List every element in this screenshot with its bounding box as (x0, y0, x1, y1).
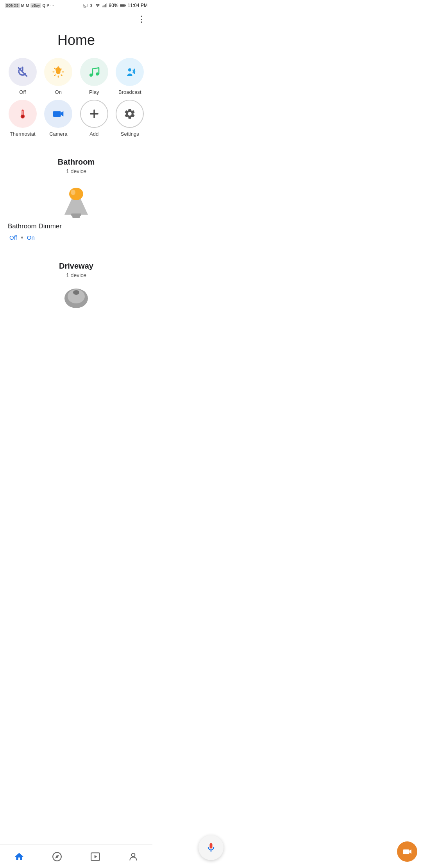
action-camera[interactable]: Camera (42, 100, 75, 137)
quick-actions-grid: Off On (0, 58, 152, 145)
section-divider (0, 148, 152, 148)
broadcast-icon (123, 66, 136, 78)
svg-point-13 (128, 68, 131, 72)
driveway-device-icon (0, 285, 152, 332)
signal-icon (102, 3, 107, 8)
off-circle (9, 58, 37, 86)
driveway-section: Driveway 1 device (0, 255, 152, 332)
camera-label: Camera (49, 131, 67, 137)
time: 11:04 PM (128, 3, 148, 8)
svg-point-11 (89, 74, 93, 77)
svg-rect-6 (125, 5, 126, 6)
notification-icons: SONOS M M eBay Q P ··· (5, 3, 54, 8)
add-circle (80, 100, 108, 128)
action-on[interactable]: On (42, 58, 75, 95)
driveway-title: Driveway (0, 262, 152, 271)
battery-icon (120, 3, 126, 8)
action-broadcast[interactable]: Broadcast (114, 58, 147, 95)
ctrl-separator (21, 237, 23, 239)
wifi-icon (95, 3, 100, 8)
broadcast-label: Broadcast (118, 89, 141, 95)
dimmer-on-button[interactable]: On (27, 234, 35, 241)
svg-rect-2 (105, 4, 106, 7)
bluetooth-icon (89, 3, 93, 8)
dimmer-bulb-icon (63, 185, 90, 219)
bathroom-title: Bathroom (0, 158, 152, 167)
battery-percent: 90% (109, 3, 118, 8)
svg-point-27 (73, 290, 79, 295)
settings-label: Settings (121, 131, 139, 137)
svg-rect-16 (53, 111, 61, 117)
more-menu-button[interactable]: ⋮ (137, 14, 146, 24)
svg-point-12 (96, 72, 99, 75)
svg-point-14 (21, 115, 24, 118)
thermostat-icon (16, 108, 29, 120)
on-label: On (55, 89, 62, 95)
svg-rect-5 (120, 4, 124, 6)
dimmer-controls: Off On (8, 234, 145, 241)
on-circle (44, 58, 72, 86)
svg-rect-22 (71, 213, 81, 216)
status-bar: SONOS M M eBay Q P ··· 90% 11:04 PM (0, 0, 152, 11)
driveway-divider (0, 252, 152, 252)
svg-rect-3 (106, 4, 107, 7)
svg-marker-17 (61, 111, 64, 116)
settings-icon (123, 108, 136, 120)
dimmer-device-name: Bathroom Dimmer (8, 222, 145, 230)
thermostat-label: Thermostat (10, 131, 36, 137)
thermostat-circle (9, 100, 37, 128)
play-label: Play (89, 89, 99, 95)
action-off[interactable]: Off (6, 58, 39, 95)
camera-icon (52, 108, 64, 120)
action-add[interactable]: Add (78, 100, 111, 137)
svg-rect-1 (104, 5, 104, 7)
page-title: Home (0, 26, 152, 58)
svg-rect-0 (102, 6, 103, 7)
svg-rect-23 (72, 216, 80, 218)
off-label: Off (19, 89, 26, 95)
bathroom-device-count: 1 device (0, 168, 152, 174)
on-icon (52, 66, 64, 78)
driveway-device-svg (63, 285, 90, 308)
add-icon (88, 108, 100, 120)
play-circle (80, 58, 108, 86)
status-indicators: 90% 11:04 PM (82, 3, 148, 8)
add-label: Add (89, 131, 98, 137)
cast-icon (82, 3, 88, 8)
app-header: ⋮ (0, 11, 152, 26)
play-icon (88, 66, 100, 78)
broadcast-circle (116, 58, 144, 86)
settings-circle (116, 100, 144, 128)
svg-point-24 (71, 190, 75, 195)
camera-circle (44, 100, 72, 128)
driveway-device-count: 1 device (0, 272, 152, 278)
dimmer-icon-wrap (8, 185, 145, 219)
svg-rect-15 (22, 111, 23, 115)
off-icon (16, 66, 29, 78)
action-play[interactable]: Play (78, 58, 111, 95)
action-settings[interactable]: Settings (114, 100, 147, 137)
bathroom-dimmer-card: Bathroom Dimmer Off On (0, 181, 152, 249)
dimmer-off-button[interactable]: Off (9, 234, 17, 241)
action-thermostat[interactable]: Thermostat (6, 100, 39, 137)
bathroom-section: Bathroom 1 device Bathroom Dimmer (0, 151, 152, 249)
